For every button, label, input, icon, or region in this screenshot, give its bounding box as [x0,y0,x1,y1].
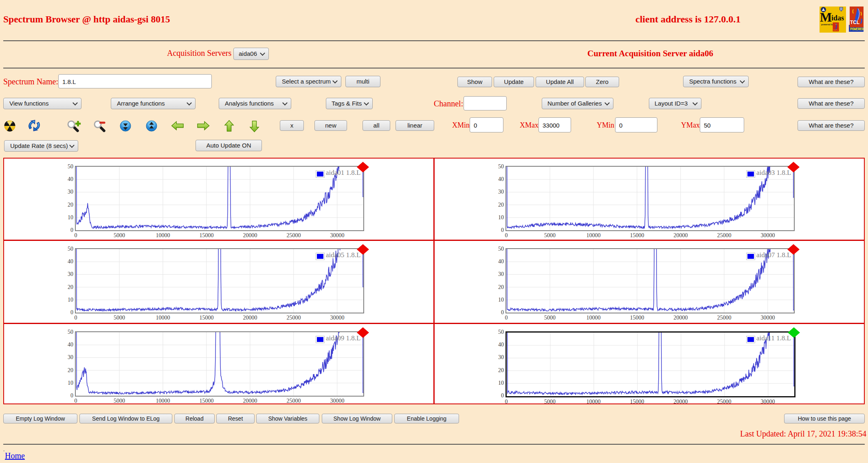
svg-text:powered by: powered by [821,23,834,26]
svg-text:POWERED: POWERED [850,27,864,31]
svg-text:M: M [820,10,832,24]
svg-text:SaPIa: SaPIa [833,29,838,31]
svg-text:idas: idas [831,14,844,22]
svg-text:TCL: TCL [850,20,859,25]
